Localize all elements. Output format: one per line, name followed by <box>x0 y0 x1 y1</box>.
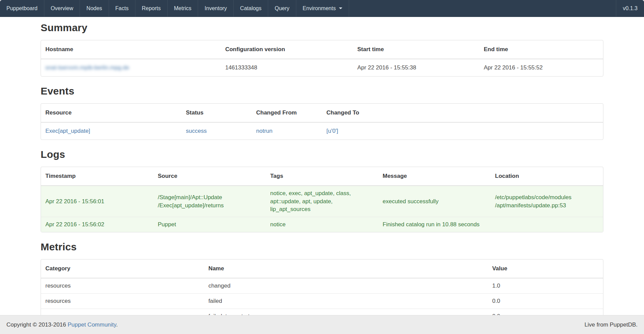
nav-item-metrics[interactable]: Metrics <box>168 0 198 17</box>
copyright-period: . <box>116 321 118 328</box>
table-header-row: Category Name Value <box>41 259 603 278</box>
brand-puppetboard[interactable]: Puppetboard <box>0 0 44 17</box>
table-row: resources changed 1.0 <box>41 278 603 293</box>
table-row: resources failed 0.0 <box>41 293 603 309</box>
logs-col-location: Location <box>491 167 603 186</box>
footer-puppetdb-status: Live from PuppetDB. <box>584 321 638 328</box>
log-location-cell <box>491 217 603 232</box>
log-tags-cell: notice <box>266 217 378 232</box>
config-version-cell: 1461333348 <box>221 59 353 76</box>
events-section: Events Resource Status Changed From Chan… <box>41 85 603 140</box>
metrics-heading: Metrics <box>41 241 603 252</box>
log-row-success: Apr 22 2016 - 15:56:02 Puppet notice Fin… <box>41 217 603 232</box>
changed-to-link[interactable]: [u'0'] <box>326 128 338 134</box>
summary-section: Summary Hostname Configuration version S… <box>41 22 603 77</box>
events-col-changed-from: Changed From <box>252 104 322 122</box>
summary-col-hostname: Hostname <box>41 40 221 59</box>
start-time-cell: Apr 22 2016 - 15:55:38 <box>353 59 479 76</box>
nav-item-reports[interactable]: Reports <box>135 0 168 17</box>
log-timestamp-cell: Apr 22 2016 - 15:56:01 <box>41 186 153 217</box>
events-heading: Events <box>41 85 603 97</box>
metric-name-cell: failed <box>204 293 488 309</box>
nav-item-query[interactable]: Query <box>268 0 296 17</box>
summary-col-start-time: Start time <box>353 40 479 59</box>
table-header-row: Timestamp Source Tags Message Location <box>41 167 603 186</box>
caret-down-icon <box>339 7 342 9</box>
metrics-col-name: Name <box>204 259 488 278</box>
summary-heading: Summary <box>41 22 603 33</box>
log-tags-cell: notice, exec, apt_update, class, apt::up… <box>266 186 378 217</box>
end-time-cell: Apr 22 2016 - 15:55:52 <box>479 59 603 76</box>
nav-item-facts[interactable]: Facts <box>109 0 135 17</box>
metrics-col-value: Value <box>488 259 603 278</box>
changed-from-cell: notrun <box>252 122 322 140</box>
summary-panel: Hostname Configuration version Start tim… <box>41 40 603 77</box>
logs-col-tags: Tags <box>266 167 378 186</box>
events-table: Resource Status Changed From Changed To … <box>41 104 603 140</box>
hostname-link[interactable]: snat-tservvm.mpib-berlin.mpg.de <box>45 64 129 71</box>
table-header-row: Hostname Configuration version Start tim… <box>41 40 603 59</box>
resource-cell: Exec[apt_update] <box>41 122 181 140</box>
metric-name-cell: changed <box>204 278 488 293</box>
log-source-cell: /Stage[main]/Apt::Update /Exec[apt_updat… <box>153 186 266 217</box>
footer-copyright: Copyright © 2013-2016 Puppet Community. <box>6 321 118 328</box>
logs-section: Logs Timestamp Source Tags Message Locat… <box>41 149 603 232</box>
table-row: snat-tservvm.mpib-berlin.mpg.de 14613333… <box>41 59 603 76</box>
metric-category-cell: resources <box>41 278 204 293</box>
summary-col-end-time: End time <box>479 40 603 59</box>
events-col-changed-to: Changed To <box>322 104 603 122</box>
logs-col-timestamp: Timestamp <box>41 167 153 186</box>
table-row: Exec[apt_update] success notrun [u'0'] <box>41 122 603 140</box>
table-header-row: Resource Status Changed From Changed To <box>41 104 603 122</box>
nav-item-overview[interactable]: Overview <box>44 0 80 17</box>
events-panel: Resource Status Changed From Changed To … <box>41 103 603 140</box>
summary-col-config-version: Configuration version <box>221 40 353 59</box>
summary-table: Hostname Configuration version Start tim… <box>41 40 603 76</box>
logs-col-message: Message <box>378 167 491 186</box>
metric-value-cell: 1.0 <box>488 278 603 293</box>
nav-item-inventory[interactable]: Inventory <box>198 0 234 17</box>
puppet-community-link[interactable]: Puppet Community <box>68 321 116 328</box>
logs-heading: Logs <box>41 149 603 160</box>
navbar: Puppetboard Overview Nodes Facts Reports… <box>0 0 644 17</box>
changed-to-cell: [u'0'] <box>322 122 603 140</box>
hostname-cell: snat-tservvm.mpib-berlin.mpg.de <box>41 59 221 76</box>
events-col-resource: Resource <box>41 104 181 122</box>
log-source-cell: Puppet <box>153 217 266 232</box>
environments-dropdown[interactable]: Environments <box>296 0 349 17</box>
resource-link[interactable]: Exec[apt_update] <box>45 128 90 134</box>
log-row-success: Apr 22 2016 - 15:56:01 /Stage[main]/Apt:… <box>41 186 603 217</box>
log-message-cell: executed successfully <box>378 186 491 217</box>
status-link[interactable]: success <box>186 128 207 134</box>
logs-panel: Timestamp Source Tags Message Location A… <box>41 167 603 232</box>
log-location-cell: /etc/puppetlabs/code/modules /apt/manife… <box>491 186 603 217</box>
log-message-cell: Finished catalog run in 10.88 seconds <box>378 217 491 232</box>
copyright-text: Copyright © 2013-2016 <box>6 321 68 328</box>
version-badge: v0.1.3 <box>616 0 644 17</box>
metric-category-cell: resources <box>41 293 204 309</box>
environments-dropdown-label: Environments <box>303 5 336 12</box>
logs-table: Timestamp Source Tags Message Location A… <box>41 167 603 232</box>
navbar-links: Puppetboard Overview Nodes Facts Reports… <box>0 0 349 17</box>
logs-col-source: Source <box>153 167 266 186</box>
nav-item-nodes[interactable]: Nodes <box>80 0 109 17</box>
footer: Copyright © 2013-2016 Puppet Community. … <box>0 315 644 334</box>
log-timestamp-cell: Apr 22 2016 - 15:56:02 <box>41 217 153 232</box>
nav-item-catalogs[interactable]: Catalogs <box>234 0 268 17</box>
metrics-col-category: Category <box>41 259 204 278</box>
metric-value-cell: 0.0 <box>488 293 603 309</box>
changed-from-link[interactable]: notrun <box>256 128 273 134</box>
main-content: Summary Hostname Configuration version S… <box>41 22 603 334</box>
status-cell: success <box>181 122 252 140</box>
events-col-status: Status <box>181 104 252 122</box>
